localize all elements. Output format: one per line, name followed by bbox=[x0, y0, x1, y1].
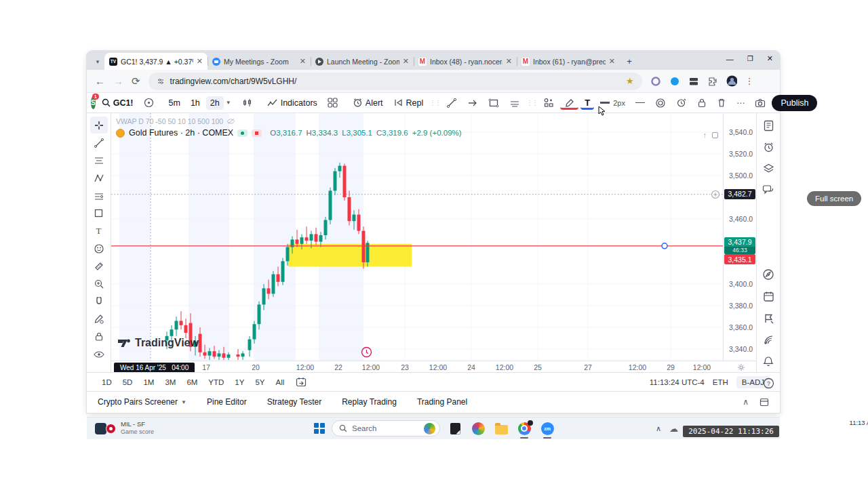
clock-utc[interactable]: 11:13:24 UTC-4 bbox=[650, 378, 705, 386]
panel-tab-replay-trading[interactable]: Replay Trading bbox=[342, 397, 397, 407]
tab-close-icon[interactable]: ✕ bbox=[506, 57, 512, 66]
axis-settings-gear-icon[interactable] bbox=[737, 363, 745, 371]
brush-color-icon[interactable] bbox=[560, 96, 578, 110]
notifications-bell-icon[interactable] bbox=[763, 356, 774, 367]
browser-tab[interactable]: TVGC1! 3,437.9 ▲ +0.37% Ry...✕ bbox=[104, 53, 208, 70]
add-alert-icon[interactable] bbox=[672, 96, 691, 110]
taskbar-notepad-icon[interactable] bbox=[447, 420, 463, 436]
taskbar-zoom-icon[interactable]: zm bbox=[539, 420, 555, 436]
replay-button[interactable]: Repl bbox=[389, 96, 428, 110]
bookmark-star-icon[interactable]: ★ bbox=[626, 76, 634, 86]
range-all[interactable]: All bbox=[271, 376, 290, 388]
session-eth[interactable]: ETH bbox=[713, 378, 728, 386]
panel-tab-pine-editor[interactable]: Pine Editor bbox=[207, 397, 247, 407]
browser-tab[interactable]: MInbox (61) - ryan@precision...✕ bbox=[517, 53, 620, 70]
go-to-date-icon[interactable] bbox=[296, 377, 307, 387]
tool-text-icon[interactable]: T bbox=[90, 222, 108, 239]
new-tab-button[interactable]: + bbox=[623, 54, 636, 68]
indicator-templates-icon[interactable] bbox=[323, 96, 342, 110]
tool-lock-drawings-icon[interactable] bbox=[90, 328, 108, 345]
indicators-button[interactable]: Indicators bbox=[263, 96, 321, 110]
symbol-search-button[interactable]: GC1! bbox=[98, 96, 138, 110]
start-button[interactable] bbox=[314, 423, 325, 434]
rectangle-tool-icon[interactable] bbox=[484, 96, 503, 110]
parallel-channel-tool-icon[interactable] bbox=[505, 96, 524, 110]
more-options-icon[interactable]: ⋯ bbox=[732, 96, 749, 110]
tool-emoji-icon[interactable] bbox=[90, 240, 108, 257]
tool-fib-icon[interactable] bbox=[90, 152, 108, 169]
toolbar-drag-handle-2[interactable]: ⋮⋮ bbox=[526, 99, 537, 106]
tool-stay-drawing-icon[interactable] bbox=[90, 310, 108, 327]
timeframe-5m[interactable]: 5m bbox=[165, 96, 184, 110]
address-bar[interactable]: tradingview.com/chart/9W5vLGHH/ ★ bbox=[149, 73, 642, 90]
range-1m[interactable]: 1M bbox=[138, 376, 159, 388]
tool-hide-drawings-icon[interactable] bbox=[90, 346, 108, 363]
ideas-icon[interactable] bbox=[763, 312, 774, 324]
chart-type-icon[interactable] bbox=[238, 96, 256, 110]
window-close-button[interactable]: ✕ bbox=[767, 54, 773, 63]
buy-status-pill[interactable] bbox=[237, 129, 248, 137]
publish-button[interactable]: Publish bbox=[772, 95, 817, 111]
range-1d[interactable]: 1D bbox=[97, 376, 117, 388]
pane-move-up-icon[interactable]: ↑ bbox=[703, 131, 707, 139]
tool-measure-icon[interactable] bbox=[90, 258, 108, 274]
help-icon[interactable]: ? bbox=[763, 378, 774, 389]
tool-trend-line-icon[interactable] bbox=[90, 134, 108, 151]
alert-button[interactable]: Alert bbox=[349, 96, 387, 110]
pane-maximize-icon[interactable] bbox=[712, 132, 718, 138]
chart-pane[interactable]: VWAP D 70 -50 50 10 10 500 100 Gold Futu… bbox=[111, 113, 756, 372]
target-icon[interactable] bbox=[651, 96, 670, 110]
extension-b-icon[interactable] bbox=[669, 76, 680, 87]
candlestick-chart[interactable] bbox=[111, 113, 723, 361]
range-5d[interactable]: 5D bbox=[118, 376, 138, 388]
hotlist-compass-icon[interactable] bbox=[762, 268, 774, 281]
profile-avatar[interactable] bbox=[726, 76, 737, 87]
tab-close-icon[interactable]: ✕ bbox=[609, 57, 615, 66]
taskbar-search[interactable]: Search bbox=[332, 420, 440, 436]
object-tree-layers-icon[interactable] bbox=[763, 163, 774, 174]
toolbar-drag-handle[interactable]: ⋮⋮ bbox=[429, 99, 440, 106]
taskbar-chrome-icon[interactable] bbox=[516, 420, 532, 436]
calendar-icon[interactable] bbox=[763, 291, 774, 302]
back-icon[interactable]: ← bbox=[95, 76, 105, 86]
crosshair-price-plus-icon[interactable] bbox=[711, 190, 720, 199]
range-3m[interactable]: 3M bbox=[160, 376, 180, 388]
taskbar-edge-icon[interactable] bbox=[470, 420, 486, 436]
compare-icon[interactable] bbox=[140, 96, 158, 110]
long-short-position-icon[interactable] bbox=[539, 96, 558, 110]
timeframe-dropdown-icon[interactable]: ▼ bbox=[226, 100, 231, 106]
window-minimize-button[interactable]: — bbox=[726, 55, 734, 63]
sell-status-pill[interactable] bbox=[252, 129, 262, 137]
tab-close-icon[interactable]: ✕ bbox=[403, 57, 409, 66]
indicator-legend-row[interactable]: VWAP D 70 -50 50 10 10 500 100 bbox=[116, 117, 462, 125]
line-drag-handle[interactable] bbox=[662, 243, 667, 249]
browser-tab[interactable]: MInbox (48) - ryan.nocera@g...✕ bbox=[414, 53, 517, 70]
tool-crosshair-icon[interactable] bbox=[90, 117, 108, 134]
lock-icon[interactable] bbox=[693, 96, 711, 110]
extension-a-icon[interactable] bbox=[650, 76, 661, 87]
symbol-legend-row[interactable]: Gold Futures · 2h · COMEX O3,316.7H3,334… bbox=[116, 128, 462, 138]
user-avatar[interactable]: S1 bbox=[91, 96, 96, 109]
tab-close-icon[interactable]: ✕ bbox=[300, 57, 306, 66]
taskbar-file-explorer-icon[interactable] bbox=[493, 420, 509, 436]
price-axis[interactable]: 3,540.03,520.03,500.03,460.03,400.03,380… bbox=[723, 113, 756, 361]
panel-tab-trading-panel[interactable]: Trading Panel bbox=[417, 397, 467, 407]
tool-prediction-icon[interactable] bbox=[90, 187, 108, 204]
browser-tab[interactable]: Launch Meeting - Zoom✕ bbox=[311, 53, 414, 70]
indicator-hidden-eye-icon[interactable] bbox=[226, 118, 235, 125]
arrow-tool-icon[interactable] bbox=[463, 96, 482, 110]
panel-restore-icon[interactable] bbox=[760, 398, 769, 407]
browser-menu-icon[interactable]: ⋮ bbox=[745, 76, 754, 86]
range-6m[interactable]: 6M bbox=[182, 376, 202, 388]
tool-pattern-icon[interactable] bbox=[90, 169, 108, 186]
tool-magnet-icon[interactable] bbox=[90, 293, 108, 310]
range-1y[interactable]: 1Y bbox=[230, 376, 249, 388]
snapshot-camera-icon[interactable] bbox=[751, 96, 770, 110]
panel-tab-crypto-pairs-screener[interactable]: Crypto Pairs Screener▼ bbox=[98, 397, 186, 407]
extension-c-icon[interactable] bbox=[688, 76, 699, 87]
reload-icon[interactable]: ⟳ bbox=[132, 76, 140, 86]
tray-onedrive-icon[interactable]: ☁ bbox=[669, 424, 678, 434]
panel-collapse-chevron-icon[interactable]: ∧ bbox=[743, 397, 749, 407]
time-axis[interactable]: 172012:002212:002312:002412:00252712:002… bbox=[111, 361, 756, 372]
tray-clock[interactable]: 11:13 AM bbox=[850, 419, 868, 426]
